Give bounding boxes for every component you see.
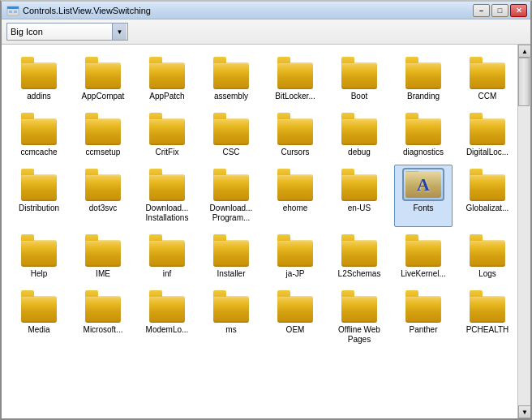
folder-item[interactable]: Branding xyxy=(394,53,453,105)
folder-icon xyxy=(84,57,122,89)
folder-label: ModemLo... xyxy=(146,325,189,335)
folder-item[interactable]: en-US xyxy=(330,165,388,227)
folder-icon xyxy=(19,290,58,323)
folder-icon xyxy=(468,234,507,267)
maximize-button[interactable]: □ xyxy=(491,4,508,17)
folder-icon xyxy=(468,57,507,89)
folder-item[interactable]: Distribution xyxy=(10,165,68,227)
folder-item[interactable]: Microsoft... xyxy=(74,286,132,349)
folder-item[interactable]: assembly xyxy=(202,53,260,105)
folder-label: BitLocker... xyxy=(275,92,315,101)
file-area[interactable]: addinsAppCompatAppPatchassemblyBitLocker… xyxy=(2,45,517,418)
folder-item[interactable]: Help xyxy=(10,230,68,283)
folder-item[interactable]: CSC xyxy=(202,109,260,161)
folder-label: PCHEALTH xyxy=(466,325,509,335)
folder-label: Distribution xyxy=(19,204,59,213)
folder-icon xyxy=(276,57,315,89)
folder-item[interactable]: AppPatch xyxy=(138,53,196,105)
folder-icon xyxy=(148,57,187,89)
scroll-track[interactable] xyxy=(518,58,530,405)
folder-item[interactable]: CritFix xyxy=(138,109,196,161)
view-select[interactable]: Big Icon Small Icon List Detail Tile xyxy=(6,23,128,41)
folder-label: CritFix xyxy=(156,148,179,157)
folder-item[interactable]: Globalizat... xyxy=(458,165,517,227)
folder-item[interactable]: ms xyxy=(202,286,260,349)
main-content: addinsAppCompatAppPatchassemblyBitLocker… xyxy=(2,45,530,418)
folder-item[interactable]: Logs xyxy=(458,230,517,283)
scroll-down-button[interactable]: ▼ xyxy=(518,405,530,418)
window-title: Controls.ListView.ViewSwitching xyxy=(23,6,151,15)
folder-item[interactable]: Boot xyxy=(330,53,388,105)
folder-item[interactable]: inf xyxy=(138,230,196,283)
folder-item[interactable]: IME xyxy=(74,230,132,283)
folder-label: L2Schemas xyxy=(338,269,381,279)
folder-item[interactable]: addins xyxy=(10,53,68,105)
folder-item[interactable]: Cursors xyxy=(266,109,324,161)
folder-icon xyxy=(404,234,443,267)
view-select-wrapper[interactable]: Big Icon Small Icon List Detail Tile ▼ xyxy=(6,23,128,41)
folder-item[interactable]: debug xyxy=(330,109,388,161)
folder-item[interactable]: LiveKernel... xyxy=(394,230,453,283)
folder-label: Download... Program... xyxy=(204,204,258,223)
folder-item[interactable]: Installer xyxy=(202,230,260,283)
folder-label: CCM xyxy=(478,92,497,101)
folder-label: Microsoft... xyxy=(84,325,123,335)
folder-item[interactable]: AppCompat xyxy=(74,53,132,105)
folder-item[interactable]: BitLocker... xyxy=(266,53,324,105)
scroll-thumb[interactable] xyxy=(518,58,530,106)
folder-icon xyxy=(84,113,122,145)
folder-icon xyxy=(276,169,315,201)
folder-item[interactable]: PCHEALTH xyxy=(458,286,517,349)
close-button[interactable]: ✕ xyxy=(510,4,527,17)
folder-icon xyxy=(148,113,187,145)
folder-icon xyxy=(19,113,58,145)
folder-icon xyxy=(404,113,443,145)
folder-label: Media xyxy=(28,325,49,335)
folder-item[interactable]: Offline Web Pages xyxy=(330,286,388,349)
svg-rect-3 xyxy=(14,11,17,13)
folder-icon xyxy=(276,234,315,267)
folder-icon xyxy=(19,57,58,89)
folder-item[interactable]: ehome xyxy=(266,165,324,227)
scrollbar[interactable]: ▲ ▼ xyxy=(517,45,530,418)
folder-item[interactable]: AFonts xyxy=(394,165,453,227)
folder-icon xyxy=(19,234,58,267)
folder-icon xyxy=(84,169,122,201)
folder-item[interactable]: ModemLo... xyxy=(138,286,196,349)
folder-item[interactable]: L2Schemas xyxy=(330,230,388,283)
svg-rect-1 xyxy=(7,6,19,9)
folder-label: AppCompat xyxy=(82,92,125,101)
folder-item[interactable]: ccmsetup xyxy=(74,109,132,161)
folder-item[interactable]: CCM xyxy=(458,53,517,105)
folder-item[interactable]: ccmcache xyxy=(10,109,68,161)
title-bar-controls: – □ ✕ xyxy=(473,4,527,17)
folder-icon xyxy=(212,57,251,89)
folder-item[interactable]: Download... Installations xyxy=(138,165,196,227)
minimize-button[interactable]: – xyxy=(473,4,490,17)
folder-item[interactable]: Panther xyxy=(394,286,453,349)
folder-icon xyxy=(468,290,507,323)
folder-item[interactable]: Media xyxy=(10,286,68,349)
folder-label: Cursors xyxy=(281,148,309,157)
folder-label: Offline Web Pages xyxy=(332,325,386,345)
folder-icon xyxy=(404,290,443,323)
folder-icon xyxy=(404,57,443,89)
folder-item[interactable]: DigitalLoc... xyxy=(458,109,517,161)
folder-item[interactable]: ja-JP xyxy=(266,230,324,283)
scroll-up-button[interactable]: ▲ xyxy=(518,45,530,58)
folder-label: Installer xyxy=(217,269,245,279)
folder-item[interactable]: Download... Program... xyxy=(202,165,260,227)
folder-label: Download... Installations xyxy=(140,204,194,223)
folder-label: ja-JP xyxy=(286,269,305,279)
folder-item[interactable]: diagnostics xyxy=(394,109,453,161)
folder-icon xyxy=(276,290,315,323)
main-window: Controls.ListView.ViewSwitching – □ ✕ Bi… xyxy=(0,0,532,420)
folder-item[interactable]: dot3svc xyxy=(74,165,132,227)
folder-label: Logs xyxy=(478,269,496,279)
icons-grid: addinsAppCompatAppPatchassemblyBitLocker… xyxy=(6,49,513,352)
folder-item[interactable]: OEM xyxy=(266,286,324,349)
folder-label: ms xyxy=(225,325,236,335)
folder-label: ccmcache xyxy=(20,148,57,157)
folder-icon xyxy=(148,234,187,267)
title-bar: Controls.ListView.ViewSwitching – □ ✕ xyxy=(2,2,530,19)
